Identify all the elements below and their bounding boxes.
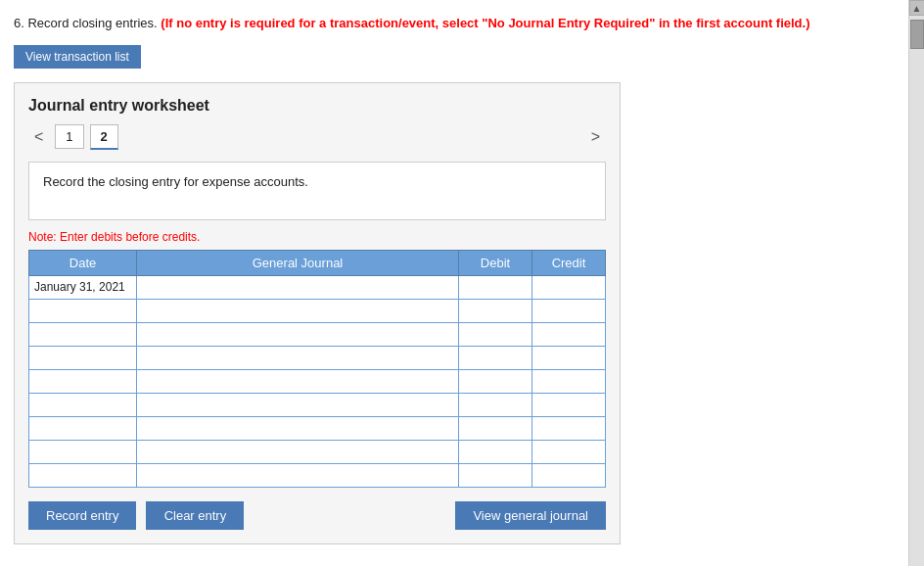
- credit-input[interactable]: [532, 300, 605, 322]
- debit-input[interactable]: [459, 276, 531, 299]
- date-input[interactable]: [34, 443, 131, 461]
- date-cell: [29, 369, 137, 393]
- general-journal-input[interactable]: [137, 276, 458, 299]
- debit-cell: [459, 299, 532, 322]
- table-row: [29, 393, 606, 416]
- table-row: [29, 299, 606, 322]
- date-cell: [29, 299, 137, 322]
- credit-cell: [532, 393, 606, 416]
- date-input[interactable]: [34, 466, 131, 485]
- credit-input[interactable]: [532, 370, 605, 393]
- date-input[interactable]: [34, 325, 131, 344]
- tab-1[interactable]: 1: [55, 124, 83, 149]
- date-input[interactable]: [34, 419, 131, 438]
- general-journal-cell: [137, 299, 459, 322]
- debit-input[interactable]: [459, 394, 531, 416]
- debit-cell: [459, 346, 532, 369]
- col-header-date: Date: [29, 250, 137, 275]
- general-journal-input[interactable]: [137, 323, 458, 346]
- debit-cell: [459, 369, 532, 393]
- journal-table: Date General Journal Debit Credit Januar…: [28, 250, 606, 488]
- general-journal-cell: [137, 393, 459, 416]
- date-cell: [29, 346, 137, 369]
- clear-entry-button[interactable]: Clear entry: [146, 501, 244, 530]
- scrollbar[interactable]: ▲: [908, 0, 924, 566]
- instruction-text: 6. Record closing entries. (If no entry …: [14, 14, 889, 33]
- debit-credit-note: Note: Enter debits before credits.: [28, 230, 606, 244]
- col-header-debit: Debit: [459, 250, 532, 275]
- table-row: [29, 416, 606, 440]
- date-input[interactable]: [34, 302, 131, 320]
- view-transaction-button[interactable]: View transaction list: [14, 45, 141, 69]
- tab-2[interactable]: 2: [90, 124, 118, 150]
- general-journal-input[interactable]: [137, 394, 458, 416]
- record-entry-button[interactable]: Record entry: [28, 501, 136, 530]
- debit-input[interactable]: [459, 347, 531, 369]
- debit-input[interactable]: [459, 370, 531, 393]
- credit-input[interactable]: [532, 394, 605, 416]
- general-journal-input[interactable]: [137, 441, 458, 463]
- table-row: [29, 463, 606, 487]
- credit-cell: [532, 463, 606, 487]
- general-journal-input[interactable]: [137, 464, 458, 487]
- credit-cell: [532, 346, 606, 369]
- credit-cell: [532, 440, 606, 463]
- general-journal-cell: [137, 346, 459, 369]
- table-row: [29, 369, 606, 393]
- scroll-up-arrow[interactable]: ▲: [909, 0, 925, 16]
- date-cell: [29, 463, 137, 487]
- instruction-body: Record closing entries.: [27, 16, 161, 30]
- worksheet-container: Journal entry worksheet < 1 2 > Record t…: [14, 82, 621, 544]
- debit-input[interactable]: [459, 417, 531, 440]
- general-journal-cell: [137, 369, 459, 393]
- debit-input[interactable]: [459, 441, 531, 463]
- credit-input[interactable]: [532, 441, 605, 463]
- tab-next-arrow[interactable]: >: [585, 126, 606, 148]
- debit-input[interactable]: [459, 323, 531, 346]
- credit-cell: [532, 369, 606, 393]
- general-journal-input[interactable]: [137, 370, 458, 393]
- credit-cell: [532, 322, 606, 346]
- date-cell: [29, 416, 137, 440]
- credit-cell: [532, 416, 606, 440]
- credit-input[interactable]: [532, 276, 605, 299]
- credit-input[interactable]: [532, 417, 605, 440]
- instruction-note: (If no entry is required for a transacti…: [161, 16, 809, 30]
- credit-input[interactable]: [532, 323, 605, 346]
- debit-cell: [459, 393, 532, 416]
- date-cell: [29, 322, 137, 346]
- view-general-journal-button[interactable]: View general journal: [455, 501, 606, 530]
- col-header-general: General Journal: [137, 250, 459, 275]
- table-row: January 31, 2021: [29, 275, 606, 299]
- debit-input[interactable]: [459, 300, 531, 322]
- general-journal-input[interactable]: [137, 300, 458, 322]
- debit-cell: [459, 416, 532, 440]
- col-header-credit: Credit: [532, 250, 606, 275]
- debit-input[interactable]: [459, 464, 531, 487]
- instruction-number: 6.: [14, 16, 24, 30]
- general-journal-cell: [137, 416, 459, 440]
- date-cell: [29, 440, 137, 463]
- date-input[interactable]: [34, 372, 131, 391]
- table-row: [29, 346, 606, 369]
- credit-input[interactable]: [532, 347, 605, 369]
- debit-cell: [459, 322, 532, 346]
- entry-instruction-text: Record the closing entry for expense acc…: [43, 174, 308, 189]
- tab-prev-arrow[interactable]: <: [28, 126, 49, 148]
- general-journal-input[interactable]: [137, 417, 458, 440]
- date-input[interactable]: [34, 349, 131, 367]
- tab-navigation: < 1 2 >: [28, 124, 606, 150]
- date-cell: January 31, 2021: [29, 275, 137, 299]
- debit-cell: [459, 463, 532, 487]
- general-journal-cell: [137, 275, 459, 299]
- credit-input[interactable]: [532, 464, 605, 487]
- general-journal-cell: [137, 322, 459, 346]
- general-journal-input[interactable]: [137, 347, 458, 369]
- date-cell: [29, 393, 137, 416]
- table-row: [29, 440, 606, 463]
- general-journal-cell: [137, 440, 459, 463]
- date-input[interactable]: [34, 396, 131, 414]
- scroll-thumb[interactable]: [910, 20, 924, 49]
- debit-cell: [459, 440, 532, 463]
- general-journal-cell: [137, 463, 459, 487]
